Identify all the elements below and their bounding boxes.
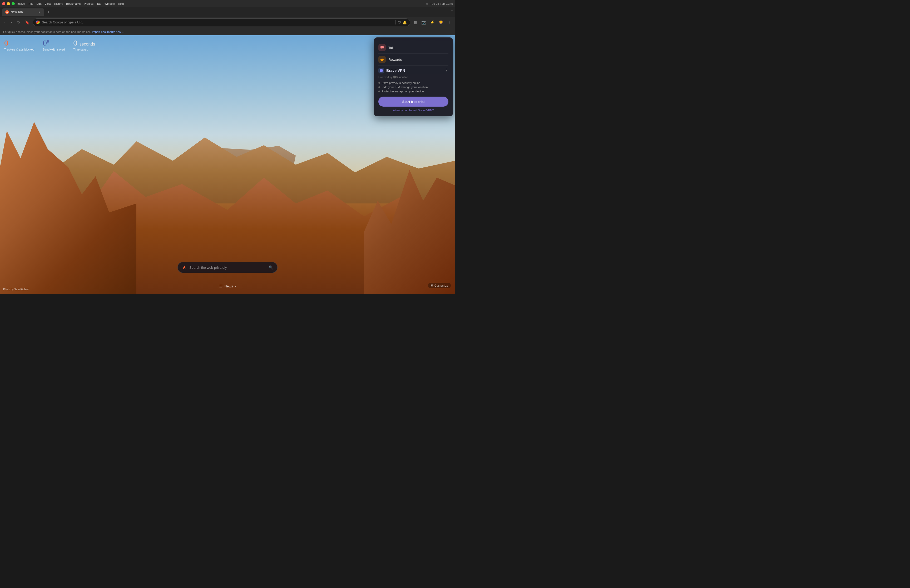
vpn-shield-icon [378, 68, 384, 73]
menu-file[interactable]: File [29, 2, 34, 5]
address-bar-text: Search Google or type a URL [42, 21, 393, 24]
import-bookmarks-link[interactable]: Import bookmarks now ... [92, 30, 124, 34]
brave-rewards-nav-icon[interactable]: ⚡ [429, 19, 436, 25]
menu-bookmarks[interactable]: Bookmarks [66, 2, 81, 5]
menu-profiles[interactable]: Profiles [84, 2, 94, 5]
title-bar: Brave File Edit View History Bookmarks P… [0, 0, 455, 7]
vpn-title: Brave VPN [386, 68, 442, 73]
time-label: Time saved [73, 48, 95, 51]
active-tab[interactable]: B New Tab × [2, 8, 44, 16]
navigation-bar: ‹ › ↻ 🔖 Search Google or type a URL 🛡 🔔 … [0, 17, 455, 28]
time-value: 0 seconds [73, 39, 95, 47]
talk-icon [378, 44, 386, 51]
traffic-lights [2, 2, 15, 5]
guardian-name: Guardian [397, 76, 408, 79]
vpn-header: Brave VPN ⋮ [378, 68, 448, 73]
forward-button[interactable]: › [9, 19, 14, 26]
customize-button[interactable]: ⊞ Customize [428, 283, 451, 288]
search-container: Search the web privately 🔍 [178, 262, 278, 273]
svg-rect-1 [219, 286, 221, 286]
talk-panel-row[interactable]: Talk [378, 42, 448, 54]
vpn-features-list: Extra privacy & security online Hide you… [378, 81, 448, 93]
feature-dot-3 [378, 90, 380, 92]
vpn-feature-2: Hide your IP & change your location [378, 86, 448, 89]
close-window-button[interactable] [2, 2, 5, 5]
customize-label: Customize [435, 284, 448, 287]
vpn-feature-3: Protect every app on your device [378, 90, 448, 93]
news-icon [219, 284, 223, 288]
feature-dot-1 [378, 82, 380, 84]
trackers-count: 0 [4, 39, 34, 47]
app-name: Brave [18, 2, 25, 5]
tab-favicon: B [5, 10, 9, 14]
google-icon [36, 21, 40, 24]
datetime: Tue 25 Feb 01:45 [430, 2, 453, 5]
stats-overlay: 0 Trackers & ads blocked 0B Bandwidth sa… [4, 39, 95, 51]
screenshot-icon[interactable]: 📷 [420, 19, 427, 25]
sidebar-toggle-icon[interactable]: ▦ [412, 19, 419, 25]
svg-rect-0 [219, 285, 223, 285]
shields-icon[interactable]: 🦁 [437, 19, 444, 25]
search-placeholder: Search the web privately [189, 266, 266, 270]
address-divider [395, 20, 396, 24]
bookmark-button[interactable]: 🔖 [24, 20, 31, 25]
vpn-feature-1: Extra privacy & security online [378, 81, 448, 84]
title-bar-right: Tue 25 Feb 01:45 [426, 2, 453, 5]
guardian-shield-icon [393, 76, 396, 79]
new-tab-button[interactable]: + [45, 9, 52, 15]
photo-credit: Photo by Sam Richter [3, 288, 29, 291]
news-label: News [224, 284, 233, 288]
trackers-stat: 0 Trackers & ads blocked [4, 39, 34, 51]
tab-bar-right: ˅ [451, 10, 453, 14]
bookmarks-bar: For quick access, place your bookmarks h… [0, 28, 455, 35]
search-bar[interactable]: Search the web privately 🔍 [178, 262, 278, 273]
talk-label: Talk [388, 46, 394, 50]
svg-rect-2 [219, 287, 222, 288]
trackers-label: Trackers & ads blocked [4, 48, 34, 51]
menu-help[interactable]: Help [118, 2, 124, 5]
status-indicator [426, 3, 428, 5]
notification-icon[interactable]: 🔔 [402, 21, 407, 24]
news-button[interactable]: News ▾ [219, 284, 236, 288]
menu-edit[interactable]: Edit [36, 2, 41, 5]
tab-close-button[interactable]: × [37, 10, 41, 14]
customize-icon: ⊞ [430, 284, 433, 287]
minimize-window-button[interactable] [7, 2, 10, 5]
vpn-panel: Talk Rewards [374, 37, 453, 116]
address-bar-icons: 🛡 🔔 [398, 21, 407, 24]
menu-bar: File Edit View History Bookmarks Profile… [29, 2, 124, 5]
reload-button[interactable]: ↻ [16, 19, 22, 26]
start-free-trial-button[interactable]: Start free trial [378, 97, 448, 107]
menu-tab[interactable]: Tab [97, 2, 101, 5]
bandwidth-value: 0B [43, 39, 65, 47]
bandwidth-stat: 0B Bandwidth saved [43, 39, 65, 51]
rewards-panel-row[interactable]: Rewards [378, 54, 448, 66]
rewards-icon [378, 56, 386, 63]
menu-window[interactable]: Window [105, 2, 115, 5]
maximize-window-button[interactable] [11, 2, 15, 5]
extensions-menu-icon[interactable]: ⋮ [446, 19, 453, 25]
tab-label: New Tab [11, 10, 23, 14]
main-content: 0 Trackers & ads blocked 0B Bandwidth sa… [0, 35, 455, 294]
guardian-logo: Guardian [393, 76, 408, 79]
vpn-menu-button[interactable]: ⋮ [444, 68, 448, 73]
address-bar[interactable]: Search Google or type a URL 🛡 🔔 [33, 18, 410, 26]
bandwidth-label: Bandwidth saved [43, 48, 65, 51]
back-button[interactable]: ‹ [3, 19, 7, 26]
vpn-section: Brave VPN ⋮ Powered by Guardian Extra pr… [378, 68, 448, 112]
news-chevron-icon: ▾ [234, 285, 236, 288]
svg-marker-3 [380, 58, 384, 61]
menu-history[interactable]: History [54, 2, 63, 5]
time-stat: 0 seconds Time saved [73, 39, 95, 51]
menu-view[interactable]: View [45, 2, 51, 5]
tab-bar: B New Tab × + ˅ [0, 7, 455, 17]
shield-icon[interactable]: 🛡 [398, 21, 401, 24]
bookmarks-message: For quick access, place your bookmarks h… [3, 30, 91, 34]
nav-right-buttons: ▦ 📷 ⚡ 🦁 ⋮ [412, 19, 453, 25]
search-magnifier-icon: 🔍 [268, 265, 273, 270]
feature-dot-2 [378, 86, 380, 88]
already-purchased-link[interactable]: Already purchased Brave VPN? [378, 109, 448, 112]
powered-by: Powered by Guardian [378, 76, 448, 79]
brave-search-icon [182, 265, 187, 270]
rewards-label: Rewards [388, 58, 402, 61]
